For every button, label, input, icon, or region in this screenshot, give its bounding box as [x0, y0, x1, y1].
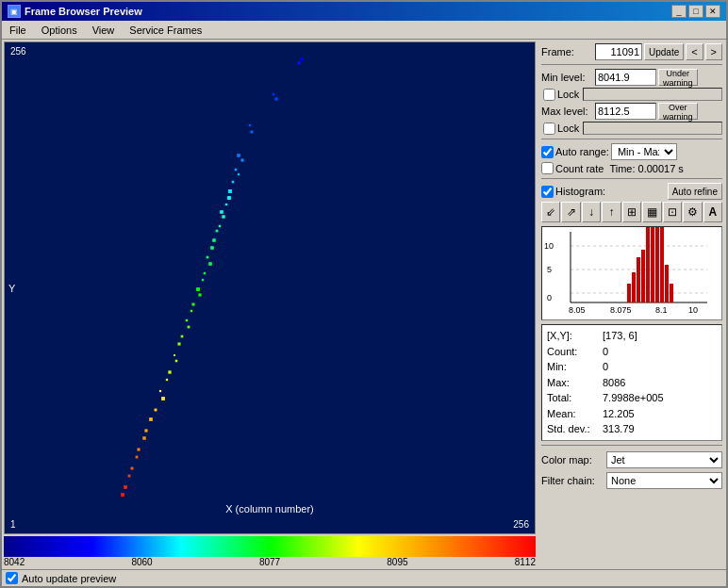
menu-view[interactable]: View — [89, 24, 119, 37]
min-level-input[interactable] — [595, 69, 656, 86]
max-lock-row: Lock — [541, 122, 722, 135]
window-icon: ▣ — [8, 5, 21, 18]
zoom-in-icon[interactable]: ⇗ — [561, 202, 580, 222]
colorbar-label-0: 8042 — [4, 557, 25, 567]
stddev-label: Std. dev.: — [547, 421, 599, 437]
close-button[interactable]: ✕ — [705, 5, 720, 18]
colormap-row: Color map: Jet Gray Hot — [541, 451, 722, 468]
count-label: Count: — [547, 344, 599, 360]
text-icon[interactable]: A — [703, 202, 722, 222]
auto-refine-button[interactable]: Auto refine — [668, 183, 722, 200]
min-value: 0 — [603, 359, 608, 375]
frame-input[interactable] — [595, 43, 642, 60]
auto-range-label: Auto range: — [555, 146, 609, 157]
x-axis-label: X (column number) — [225, 503, 314, 514]
filterchain-label: Filter chain: — [541, 475, 603, 486]
nav-next-button[interactable]: > — [705, 43, 722, 60]
axis-bottom-left-label: 1 — [10, 519, 16, 530]
colorbar-label-4: 8112 — [515, 557, 536, 567]
min-lock-label: Lock — [557, 89, 579, 100]
histogram-checkbox[interactable] — [541, 186, 554, 198]
right-panel: Frame: Update < > Min level: Under warni… — [538, 40, 726, 569]
total-value: 7.9988e+005 — [603, 390, 664, 406]
zoom-out-icon[interactable]: ⇙ — [541, 202, 560, 222]
palette-icon[interactable]: ▦ — [642, 202, 661, 222]
max-level-slider[interactable] — [583, 122, 722, 135]
auto-update-checkbox[interactable] — [6, 572, 18, 584]
main-content: 256 Y X (column number) 1 256 8042 8060 … — [2, 40, 726, 569]
zoom-fit-icon[interactable]: ⊡ — [663, 202, 682, 222]
under-warning-button[interactable]: Under warning — [658, 69, 698, 86]
pan-down-icon[interactable]: ↓ — [582, 202, 601, 222]
min-level-slider[interactable] — [583, 88, 722, 101]
histogram-label: Histogram: — [555, 186, 605, 197]
count-rate-time: Time: 0.00017 s — [609, 163, 683, 174]
update-button[interactable]: Update — [644, 43, 684, 60]
filterchain-row: Filter chain: None Smooth — [541, 472, 722, 489]
colorbar-label-2: 8077 — [259, 557, 280, 567]
axis-top-label: 256 — [10, 46, 26, 57]
auto-range-checkbox[interactable] — [541, 146, 554, 158]
menu-options[interactable]: Options — [38, 24, 81, 37]
menu-service-frames[interactable]: Service Frames — [125, 24, 206, 37]
xy-label: [X,Y]: — [547, 328, 599, 344]
minimize-button[interactable]: _ — [671, 5, 687, 18]
menu-bar: File Options View Service Frames — [2, 21, 726, 40]
nav-prev-button[interactable]: < — [686, 43, 703, 60]
count-rate-row: Count rate Time: 0.00017 s — [541, 162, 722, 174]
max-lock-label: Lock — [557, 122, 579, 134]
menu-file[interactable]: File — [6, 24, 30, 37]
mean-label: Mean: — [547, 406, 599, 422]
frame-control-row: Frame: Update < > — [541, 43, 722, 60]
settings-icon[interactable]: ⚙ — [683, 202, 702, 222]
pan-up-icon[interactable]: ↑ — [602, 202, 620, 222]
colorbar-label-1: 8060 — [131, 557, 152, 567]
zoom-box-icon[interactable]: ⊞ — [622, 202, 641, 222]
over-warning-button[interactable]: Over warning — [658, 103, 698, 120]
auto-update-label: Auto update preview — [22, 573, 116, 584]
colorbar — [4, 536, 536, 557]
xy-value: [173, 6] — [603, 328, 637, 344]
histogram-control-row: Histogram: Auto refine — [541, 183, 722, 200]
min-lock-checkbox[interactable] — [543, 89, 555, 101]
min-label: Min: — [547, 359, 599, 375]
colormap-dropdown[interactable]: Jet Gray Hot — [606, 451, 722, 468]
auto-range-row: Auto range: Min - Max — [541, 143, 722, 160]
bottom-bar: Auto update preview — [2, 569, 726, 586]
stddev-value: 313.79 — [603, 421, 635, 437]
main-window: ▣ Frame Browser Preview _ □ ✕ File Optio… — [0, 0, 728, 588]
colorbar-label-3: 8095 — [387, 557, 407, 567]
max-value: 8086 — [603, 375, 625, 391]
max-level-label: Max level: — [541, 106, 593, 117]
axis-bottom-right-label: 256 — [513, 519, 529, 530]
frame-label: Frame: — [541, 46, 593, 57]
mean-value: 12.205 — [603, 406, 635, 422]
max-lock-checkbox[interactable] — [543, 122, 555, 135]
filterchain-dropdown[interactable]: None Smooth — [606, 472, 722, 489]
max-level-input[interactable] — [595, 103, 656, 120]
colormap-label: Color map: — [541, 454, 603, 466]
max-label: Max: — [547, 375, 599, 391]
info-box: [X,Y]: [173, 6] Count: 0 Min: 0 Max: 808… — [541, 324, 722, 441]
min-level-label: Min level: — [541, 72, 593, 83]
auto-range-dropdown[interactable]: Min - Max — [611, 143, 677, 160]
title-bar: ▣ Frame Browser Preview _ □ ✕ — [2, 2, 726, 21]
min-lock-row: Lock — [541, 88, 722, 101]
maximize-button[interactable]: □ — [688, 5, 703, 18]
total-label: Total: — [547, 390, 599, 406]
y-axis-label: Y — [8, 283, 15, 294]
toolbar-row: ⇙ ⇗ ↓ ↑ ⊞ ▦ ⊡ ⚙ A — [541, 202, 722, 222]
window-title: Frame Browser Preview — [25, 6, 142, 17]
count-rate-checkbox[interactable] — [541, 162, 554, 174]
max-level-row: Max level: Over warning — [541, 103, 722, 120]
min-level-row: Min level: Under warning — [541, 69, 722, 86]
image-area: 256 Y X (column number) 1 256 8042 8060 … — [2, 40, 538, 569]
count-rate-label: Count rate — [555, 163, 604, 174]
count-value: 0 — [603, 344, 608, 360]
image-panel: 256 Y X (column number) 1 256 — [4, 41, 536, 534]
colorbar-labels: 8042 8060 8077 8095 8112 — [2, 557, 538, 567]
histogram-area — [541, 226, 722, 320]
